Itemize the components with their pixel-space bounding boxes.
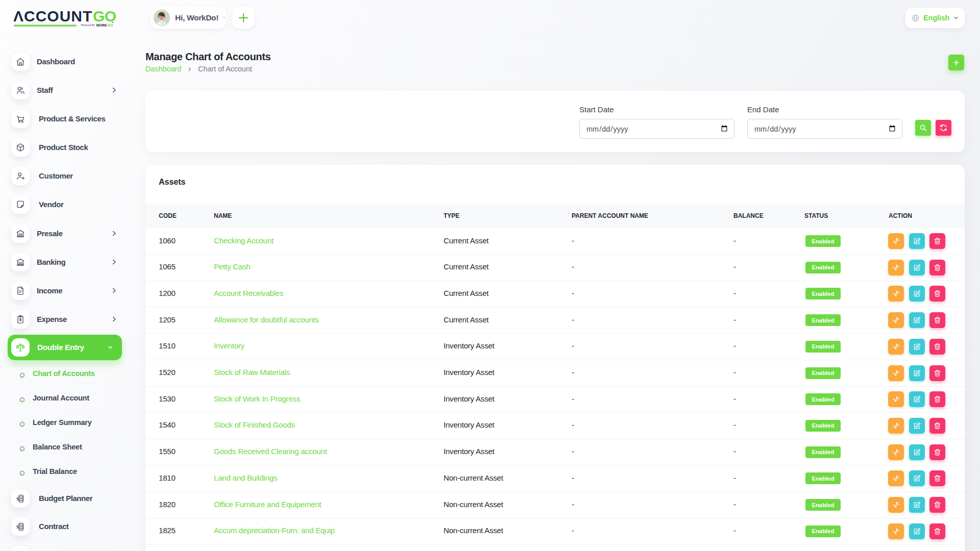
svg-text:GO: GO bbox=[93, 8, 116, 24]
svg-text:DO: DO bbox=[108, 23, 113, 28]
svg-text:Powered By: Powered By bbox=[81, 23, 95, 27]
svg-text:WORK: WORK bbox=[96, 23, 107, 28]
svg-text:ΛCCOUNT: ΛCCOUNT bbox=[14, 8, 92, 24]
